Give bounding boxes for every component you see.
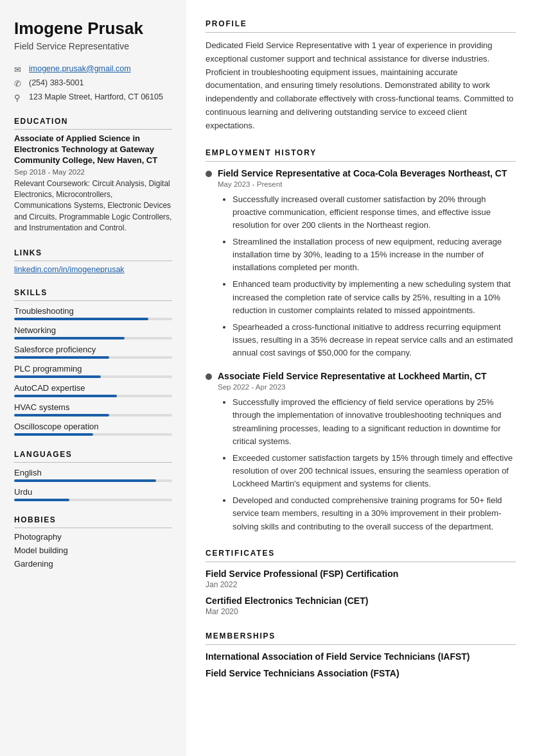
membership-item: International Association of Field Servi… bbox=[206, 651, 516, 662]
skill-item: AutoCAD expertise bbox=[14, 383, 172, 397]
cert-name: Certified Electronics Technician (CET) bbox=[206, 596, 516, 606]
profile-section-title: PROFILE bbox=[206, 19, 516, 33]
job-title-row: Associate Field Service Representative a… bbox=[206, 371, 516, 381]
contact-address: ⚲ 123 Maple Street, Hartford, CT 06105 bbox=[14, 92, 172, 103]
hobby-item: Model building bbox=[14, 546, 172, 555]
job-bullets: Successfully increased overall customer … bbox=[224, 193, 516, 360]
skill-bar-fill bbox=[14, 356, 109, 359]
profile-text: Dedicated Field Service Representative w… bbox=[206, 39, 516, 133]
candidate-name: Imogene Prusak bbox=[14, 19, 172, 39]
hobbies-section-title: HOBBIES bbox=[14, 515, 172, 528]
resume-container: Imogene Prusak Field Service Representat… bbox=[0, 0, 535, 756]
language-name: Urdu bbox=[14, 487, 172, 497]
skill-bar-bg bbox=[14, 375, 172, 378]
address-text: 123 Maple Street, Hartford, CT 06105 bbox=[29, 92, 163, 101]
job-bullet: Successfully improved the efficiency of … bbox=[232, 396, 516, 448]
skill-name: PLC programming bbox=[14, 364, 172, 374]
skill-item: HVAC systems bbox=[14, 402, 172, 417]
job-dates: Sep 2022 - Apr 2023 bbox=[218, 383, 516, 391]
job-bullets: Successfully improved the efficiency of … bbox=[224, 396, 516, 533]
contact-email: ✉ imogene.prusak@gmail.com bbox=[14, 64, 172, 74]
main-content: PROFILE Dedicated Field Service Represen… bbox=[186, 0, 535, 756]
languages-section-title: LANGUAGES bbox=[14, 450, 172, 463]
skill-bar-bg bbox=[14, 433, 172, 436]
skill-name: AutoCAD expertise bbox=[14, 383, 172, 393]
contact-phone: ✆ (254) 383-5001 bbox=[14, 78, 172, 89]
skill-bar-fill bbox=[14, 433, 93, 436]
candidate-title: Field Service Representative bbox=[14, 41, 172, 51]
hobbies-list: PhotographyModel buildingGardening bbox=[14, 532, 172, 569]
language-bar-fill bbox=[14, 499, 69, 501]
job-dot-icon bbox=[206, 374, 212, 380]
skill-item: Troubleshooting bbox=[14, 306, 172, 320]
skill-bar-fill bbox=[14, 395, 117, 397]
skill-item: PLC programming bbox=[14, 364, 172, 378]
skill-bar-fill bbox=[14, 375, 101, 378]
skill-name: Salesforce proficiency bbox=[14, 345, 172, 354]
edu-dates: Sep 2018 - May 2022 bbox=[14, 168, 172, 176]
edu-degree: Associate of Applied Science in Electron… bbox=[14, 133, 172, 166]
edu-coursework: Relevant Coursework: Circuit Analysis, D… bbox=[14, 178, 172, 234]
job-title-text: Associate Field Service Representative a… bbox=[218, 371, 487, 381]
job-bullet: Streamlined the installation process of … bbox=[232, 236, 516, 274]
skill-item: Networking bbox=[14, 325, 172, 339]
hobby-item: Photography bbox=[14, 532, 172, 542]
skill-name: Oscilloscope operation bbox=[14, 422, 172, 431]
jobs-list: Field Service Representative at Coca-Col… bbox=[206, 168, 516, 533]
skill-name: Troubleshooting bbox=[14, 306, 172, 316]
language-item: English bbox=[14, 468, 172, 482]
membership-item: Field Service Technicians Association (F… bbox=[206, 668, 516, 678]
skills-list: TroubleshootingNetworkingSalesforce prof… bbox=[14, 306, 172, 436]
phone-icon: ✆ bbox=[14, 79, 24, 89]
email-link[interactable]: imogene.prusak@gmail.com bbox=[29, 64, 131, 73]
sidebar: Imogene Prusak Field Service Representat… bbox=[0, 0, 186, 756]
job-title-row: Field Service Representative at Coca-Col… bbox=[206, 168, 516, 178]
skill-bar-bg bbox=[14, 414, 172, 417]
education-section-title: EDUCATION bbox=[14, 117, 172, 130]
skill-name: HVAC systems bbox=[14, 402, 172, 412]
skill-item: Salesforce proficiency bbox=[14, 345, 172, 359]
links-section-title: LINKS bbox=[14, 248, 172, 261]
cert-date: Jan 2022 bbox=[206, 580, 516, 589]
employment-section-title: EMPLOYMENT HISTORY bbox=[206, 148, 516, 162]
job-entry: Field Service Representative at Coca-Col… bbox=[206, 168, 516, 360]
job-bullet: Developed and conducted comprehensive tr… bbox=[232, 494, 516, 533]
memberships-section-title: MEMBERSHIPS bbox=[206, 631, 516, 645]
location-icon: ⚲ bbox=[14, 93, 24, 103]
cert-name: Field Service Professional (FSP) Certifi… bbox=[206, 569, 516, 579]
skill-bar-bg bbox=[14, 356, 172, 359]
language-bar-bg bbox=[14, 499, 172, 501]
skill-bar-bg bbox=[14, 395, 172, 397]
job-bullet: Exceeded customer satisfaction targets b… bbox=[232, 452, 516, 490]
email-icon: ✉ bbox=[14, 65, 24, 74]
language-name: English bbox=[14, 468, 172, 477]
skill-item: Oscilloscope operation bbox=[14, 422, 172, 436]
job-dates: May 2023 - Present bbox=[218, 180, 516, 188]
job-title-text: Field Service Representative at Coca-Col… bbox=[218, 168, 507, 178]
memberships-list: International Association of Field Servi… bbox=[206, 651, 516, 678]
job-bullet: Spearheaded a cross-functional initiativ… bbox=[232, 321, 516, 359]
skill-bar-bg bbox=[14, 318, 172, 320]
certificates-section-title: CERTIFICATES bbox=[206, 549, 516, 562]
certificates-list: Field Service Professional (FSP) Certifi… bbox=[206, 569, 516, 616]
job-entry: Associate Field Service Representative a… bbox=[206, 371, 516, 533]
skill-bar-fill bbox=[14, 318, 148, 320]
skill-bar-fill bbox=[14, 337, 125, 339]
linkedin-link[interactable]: linkedin.com/in/imogeneprusak bbox=[14, 265, 172, 274]
hobby-item: Gardening bbox=[14, 559, 172, 569]
skills-section-title: SKILLS bbox=[14, 288, 172, 301]
job-bullet: Enhanced team productivity by implementi… bbox=[232, 278, 516, 316]
cert-date: Mar 2020 bbox=[206, 607, 516, 616]
language-item: Urdu bbox=[14, 487, 172, 501]
job-dot-icon bbox=[206, 171, 212, 177]
language-bar-bg bbox=[14, 479, 172, 482]
phone-text: (254) 383-5001 bbox=[29, 78, 83, 87]
skill-bar-bg bbox=[14, 337, 172, 339]
language-bar-fill bbox=[14, 479, 156, 482]
skill-name: Networking bbox=[14, 325, 172, 335]
job-bullet: Successfully increased overall customer … bbox=[232, 193, 516, 232]
skill-bar-fill bbox=[14, 414, 109, 417]
languages-list: EnglishUrdu bbox=[14, 468, 172, 501]
